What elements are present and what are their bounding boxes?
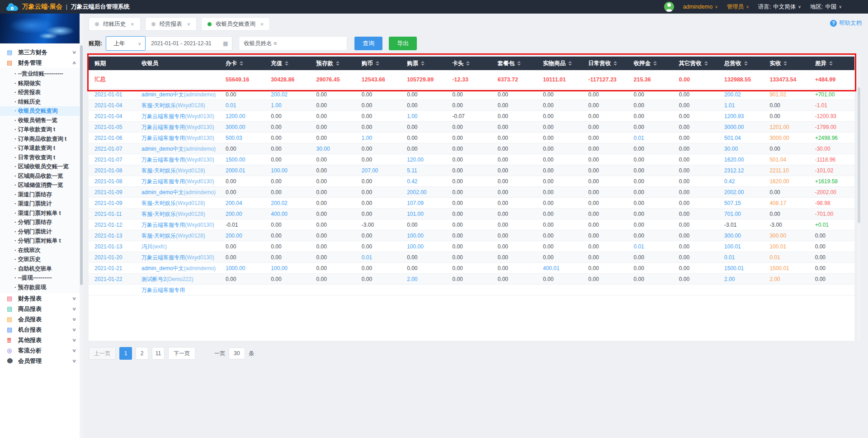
column-header[interactable]: 其它营收 — [673, 60, 718, 67]
cell-value[interactable]: 200.04 — [220, 200, 265, 206]
table-scrollbar[interactable] — [857, 56, 861, 341]
date-link[interactable]: 2021-01-07 — [89, 146, 136, 152]
region-menu[interactable]: 地区: 中国 ∨ — [810, 3, 842, 11]
cell-value[interactable]: 1620.00 — [718, 157, 764, 163]
column-header[interactable]: 卡头 — [446, 60, 491, 67]
cell-value[interactable]: 30.00 — [311, 146, 356, 152]
close-icon[interactable]: × — [187, 21, 191, 28]
sidebar-subitem[interactable]: --提现---------- — [0, 273, 83, 283]
date-link[interactable]: 2021-01-07 — [89, 157, 136, 163]
cell-value[interactable]: 1.01 — [718, 102, 764, 109]
sidebar-subitem[interactable]: 区域商品收款一览 — [0, 171, 83, 181]
cell-value[interactable]: 200.00 — [220, 211, 265, 217]
cell-value[interactable]: 207.00 — [356, 167, 401, 174]
cell-value[interactable]: 1620.00 — [764, 178, 809, 185]
cell-value[interactable]: 100.00 — [401, 243, 446, 250]
sidebar-subitem[interactable]: 分销门票对账单 t — [0, 236, 83, 246]
tab-active[interactable]: 收银员交账查询× — [201, 17, 270, 31]
cashier-link[interactable]: admin_demo中文(admindemo) — [136, 189, 220, 195]
sidebar-subitem[interactable]: 订单退款查询 t — [0, 143, 83, 153]
cell-value[interactable]: 507.15 — [718, 200, 764, 206]
cell-value[interactable]: 1000.00 — [220, 265, 265, 271]
column-header[interactable]: 预存款 — [311, 60, 356, 67]
sort-icon[interactable] — [517, 61, 521, 66]
cell-value[interactable]: 500.03 — [220, 135, 265, 141]
close-icon[interactable]: × — [260, 21, 264, 28]
cell-value[interactable]: 0.01 — [764, 254, 809, 261]
date-link[interactable]: 2021-01-04 — [89, 113, 136, 119]
cashier-link[interactable]: 万象云端客服专用(Wxyd0130) — [136, 113, 220, 119]
column-header[interactable]: 购币 — [356, 60, 401, 67]
cashier-link[interactable]: 客服-天时娱乐(Wxyd0128) — [136, 167, 220, 174]
cell-value[interactable]: 100.00 — [401, 233, 446, 239]
date-range-input[interactable]: 2021-01-01 - 2021-12-31 ▦ — [146, 36, 232, 51]
column-header[interactable]: 实收 — [764, 60, 809, 67]
tab-inactive[interactable]: 经营报表× — [145, 17, 197, 31]
close-icon[interactable]: × — [131, 21, 134, 28]
tab-inactive[interactable]: 结账历史× — [89, 17, 141, 31]
cell-value[interactable]: 1.00 — [265, 102, 310, 109]
sidebar-subitem[interactable]: 结账历史 — [0, 97, 83, 107]
sidebar-subitem[interactable]: 分销门票结存 — [0, 218, 83, 227]
sort-icon[interactable] — [783, 61, 787, 66]
cashier-link[interactable]: 测试帐号2(Demo222) — [136, 276, 220, 282]
cell-value[interactable]: 1500.01 — [718, 265, 764, 271]
cashier-link[interactable]: 客服-天时娱乐(Wxyd0128) — [136, 102, 220, 109]
cashier-link[interactable]: admin_demo中文(admindemo) — [136, 91, 220, 98]
date-link[interactable]: 2021-01-13 — [89, 243, 136, 250]
cell-value[interactable]: 2.00 — [401, 276, 446, 282]
cashier-link[interactable]: 客服-天时娱乐(Wxyd0128) — [136, 211, 220, 217]
sort-icon[interactable] — [613, 61, 617, 66]
cell-value[interactable]: 400.00 — [265, 211, 310, 217]
sidebar-section[interactable]: ▤第三方财务∨ — [0, 47, 83, 57]
cell-value[interactable]: 2.00 — [718, 276, 764, 282]
date-link[interactable]: 2021-01-21 — [89, 265, 136, 271]
cell-value[interactable]: 1200.00 — [220, 113, 265, 119]
date-link[interactable]: 2021-01-09 — [89, 189, 136, 195]
cell-value[interactable]: 501.04 — [718, 135, 764, 141]
cashier-link[interactable]: 万象云端客服专用 — [136, 287, 220, 293]
export-button[interactable]: 导出 — [389, 37, 417, 50]
sidebar-subitem[interactable]: 预存款提现 — [0, 283, 83, 292]
cashier-link[interactable]: 万象云端客服专用(Wxyd0130) — [136, 135, 220, 141]
cashier-name-input[interactable] — [277, 37, 347, 50]
cell-value[interactable]: 101.00 — [401, 211, 446, 217]
date-link[interactable]: 2021-01-12 — [89, 222, 136, 228]
cell-value[interactable]: 100.01 — [718, 243, 764, 250]
cell-value[interactable]: 901.02 — [764, 91, 809, 98]
sidebar-subitem[interactable]: 区域收银员交账一览 — [0, 162, 83, 171]
date-link[interactable]: 2021-01-06 — [89, 135, 136, 141]
cell-value[interactable]: 0.01 — [628, 135, 673, 141]
sidebar-section[interactable]: ▤财务报表∨ — [0, 293, 83, 304]
date-link[interactable]: 2021-01-11 — [89, 211, 136, 217]
sidebar-subitem[interactable]: 自助机交班单 — [0, 264, 83, 274]
sidebar-section[interactable]: ▤会员报表∨ — [0, 314, 83, 324]
cell-value[interactable]: 2.00 — [764, 276, 809, 282]
per-page-input[interactable] — [229, 348, 245, 359]
column-header[interactable]: 办卡 — [220, 60, 265, 67]
cell-value[interactable]: 3000.00 — [764, 135, 809, 141]
cell-value[interactable]: 1200.93 — [718, 113, 764, 119]
cell-value[interactable]: 3000.00 — [718, 124, 764, 130]
sort-icon[interactable] — [240, 61, 243, 66]
column-header[interactable]: 日常营收 — [582, 60, 627, 67]
sort-icon[interactable] — [829, 61, 833, 66]
sort-icon[interactable] — [466, 61, 470, 66]
cell-value[interactable]: 200.02 — [265, 200, 310, 206]
cell-value[interactable]: 1.00 — [401, 113, 446, 119]
username-menu[interactable]: admindemo ∨ — [683, 4, 718, 10]
column-header[interactable]: 购票 — [401, 60, 446, 67]
cell-value[interactable]: 5.11 — [401, 167, 446, 174]
cell-value[interactable]: 1500.00 — [220, 157, 265, 163]
sort-icon[interactable] — [704, 61, 708, 66]
cashier-link[interactable]: 客服-天时娱乐(Wxyd0128) — [136, 233, 220, 239]
cashier-link[interactable]: 万象云端客服专用(Wxyd0130) — [136, 157, 220, 163]
query-button[interactable]: 查询 — [354, 37, 382, 50]
sidebar-subitem[interactable]: 账期做实 — [0, 79, 83, 88]
sidebar-subitem[interactable]: 订单收款查询 t — [0, 125, 83, 134]
sidebar-section[interactable]: ☻会员管理∨ — [0, 356, 83, 366]
page-number-button[interactable]: 1 — [119, 347, 132, 360]
cell-value[interactable]: 2002.00 — [718, 189, 764, 195]
sidebar-subitem[interactable]: 订单商品收款查询 t — [0, 134, 83, 144]
cell-value[interactable]: 120.00 — [401, 157, 446, 163]
